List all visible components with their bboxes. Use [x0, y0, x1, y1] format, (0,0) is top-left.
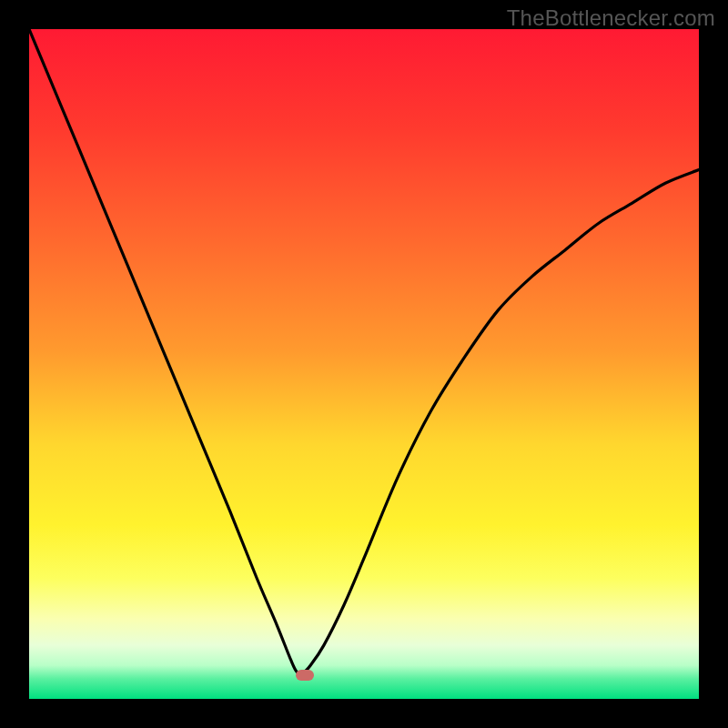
watermark-text: TheBottlenecker.com: [507, 5, 715, 31]
plot-area: [29, 29, 699, 699]
chart-frame: [29, 29, 699, 699]
svg-rect-0: [29, 29, 699, 699]
background-gradient: [29, 29, 699, 699]
